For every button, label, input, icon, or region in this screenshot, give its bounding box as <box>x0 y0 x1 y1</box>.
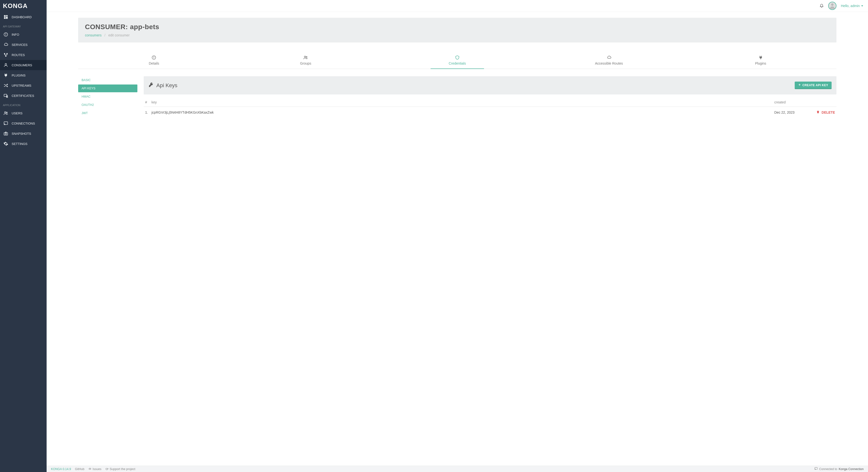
credentials-heading: Api Keys CREATE API KEY <box>144 76 836 94</box>
shield-icon <box>455 55 460 60</box>
routes-icon <box>3 53 8 57</box>
create-api-key-button[interactable]: CREATE API KEY <box>795 82 832 89</box>
sidebar-item-settings[interactable]: SETTINGS <box>0 139 46 149</box>
sidebar-label: DASHBOARD <box>12 15 32 19</box>
svg-point-9 <box>5 56 6 56</box>
sidebar-item-services[interactable]: SERVICES <box>0 39 46 50</box>
shuffle-icon <box>3 83 8 88</box>
svg-point-17 <box>5 133 6 135</box>
page-title: CONSUMER: app-bets <box>85 23 830 31</box>
footer-issues-text: Issues <box>93 467 101 471</box>
topbar: Hello, admin <box>46 0 868 12</box>
sidebar-label: SNAPSHOTS <box>12 132 31 136</box>
sidebar-label: UPSTREAMS <box>12 84 31 87</box>
user-menu[interactable]: Hello, admin <box>841 4 863 8</box>
footer-support-link[interactable]: Support the project <box>105 467 135 471</box>
tab-label: Plugins <box>755 61 766 65</box>
footer: KONGA 0.14.9 GitHub Issues Support the p… <box>46 466 868 472</box>
sidebar-item-dashboard[interactable]: DASHBOARD <box>0 12 46 22</box>
info-icon <box>152 55 156 60</box>
svg-point-8 <box>6 53 7 54</box>
trash-icon <box>816 110 820 114</box>
cred-nav-jwt[interactable]: JWT <box>78 109 137 117</box>
cloud-icon <box>3 42 8 47</box>
cast-icon <box>3 121 8 126</box>
svg-point-18 <box>831 3 834 6</box>
key-icon <box>149 82 154 89</box>
sidebar-label: CERTIFICATES <box>12 94 34 98</box>
sidebar: KONGA DASHBOARD API GATEWAY INFO SERVICE… <box>0 0 46 472</box>
footer-issues-link[interactable]: Issues <box>88 467 101 471</box>
info-icon <box>3 32 8 37</box>
table-header: # key created <box>144 98 836 107</box>
svg-point-13 <box>5 112 6 113</box>
sidebar-item-plugins[interactable]: PLUGINS <box>0 70 46 80</box>
credentials-side-nav: BASIC API KEYS HMAC OAUTH2 JWT <box>78 76 137 118</box>
cred-nav-apikeys[interactable]: API KEYS <box>78 85 137 92</box>
plug-icon <box>3 73 8 78</box>
tab-label: Groups <box>300 61 311 65</box>
caret-down-icon <box>861 5 863 6</box>
user-greeting-text: Hello, admin <box>841 4 860 8</box>
col-header-num: # <box>145 100 152 104</box>
sidebar-section-gateway: API GATEWAY <box>0 22 46 29</box>
tab-details[interactable]: Details <box>78 52 230 69</box>
coffee-icon <box>105 467 108 471</box>
breadcrumb-separator: / <box>104 33 105 37</box>
cred-nav-hmac[interactable]: HMAC <box>78 93 137 100</box>
footer-connected-prefix: Connected to <box>819 467 837 471</box>
breadcrumb-root[interactable]: consumers <box>85 33 101 37</box>
footer-connection-status[interactable]: Connected to Konga Connection <box>814 467 864 471</box>
sidebar-item-info[interactable]: INFO <box>0 29 46 39</box>
sidebar-item-snapshots[interactable]: SNAPSHOTS <box>0 128 46 139</box>
person-icon <box>3 63 8 67</box>
sidebar-item-consumers[interactable]: CONSUMERS <box>0 60 46 70</box>
tab-routes[interactable]: Accessible Routes <box>533 52 685 69</box>
sidebar-label: PLUGINS <box>12 73 26 77</box>
svg-point-14 <box>6 112 7 113</box>
svg-point-22 <box>304 56 306 58</box>
tab-label: Details <box>149 61 159 65</box>
cred-nav-basic[interactable]: BASIC <box>78 76 137 84</box>
svg-rect-15 <box>4 122 8 124</box>
sidebar-item-connections[interactable]: CONNECTIONS <box>0 118 46 128</box>
tab-credentials[interactable]: Credentials <box>381 52 533 69</box>
sidebar-item-certificates[interactable]: CERTIFICATES <box>0 91 46 101</box>
sidebar-item-users[interactable]: USERS <box>0 108 46 118</box>
footer-brand[interactable]: KONGA 0.14.9 <box>51 467 71 471</box>
svg-point-23 <box>306 56 307 57</box>
bell-icon[interactable] <box>819 3 824 8</box>
svg-point-26 <box>89 468 90 469</box>
cred-nav-oauth2[interactable]: OAUTH2 <box>78 101 137 109</box>
footer-github-link[interactable]: GitHub <box>75 467 85 471</box>
sidebar-label: ROUTES <box>12 53 25 57</box>
plus-icon <box>798 83 801 87</box>
delete-button[interactable]: DELETE <box>808 110 835 114</box>
users-icon <box>303 55 308 60</box>
avatar[interactable] <box>828 2 836 10</box>
sidebar-label: SETTINGS <box>12 142 27 146</box>
brand-logo[interactable]: KONGA <box>0 0 46 12</box>
camera-icon <box>3 131 8 136</box>
tab-groups[interactable]: Groups <box>230 52 381 69</box>
svg-rect-27 <box>815 467 817 469</box>
table-row: 1. jcpRGVr3jLj5N4H8YTdH5KGnXbKaxZwk Dec … <box>144 107 836 118</box>
row-num: 1. <box>145 111 152 114</box>
sidebar-item-routes[interactable]: ROUTES <box>0 50 46 60</box>
sidebar-label: CONNECTIONS <box>12 122 35 125</box>
tab-label: Accessible Routes <box>595 61 623 65</box>
cloud-icon <box>607 55 612 60</box>
sidebar-item-upstreams[interactable]: UPSTREAMS <box>0 80 46 91</box>
breadcrumb: consumers / edit consumer <box>85 33 830 37</box>
row-created: Dec 22, 2023 <box>774 111 808 114</box>
sidebar-label: INFO <box>12 33 19 36</box>
tab-label: Credentials <box>449 61 466 65</box>
tabs: Details Groups Credentials Accessible Ro… <box>78 52 836 69</box>
svg-rect-3 <box>4 17 6 19</box>
tab-plugins[interactable]: Plugins <box>685 52 836 69</box>
svg-rect-1 <box>6 15 8 16</box>
footer-support-text: Support the project <box>110 467 135 471</box>
col-header-action <box>808 100 835 104</box>
sidebar-label: SERVICES <box>12 43 28 47</box>
svg-point-7 <box>4 53 5 54</box>
